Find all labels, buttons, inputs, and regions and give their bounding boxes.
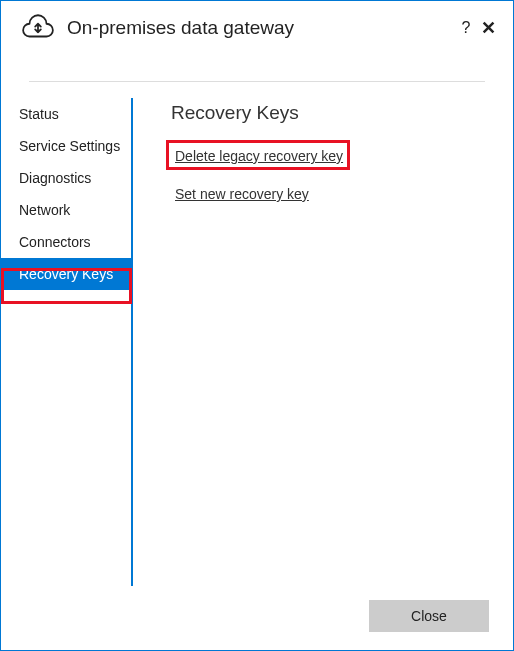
link-row-delete-legacy: Delete legacy recovery key — [171, 146, 489, 184]
body: Status Service Settings Diagnostics Netw… — [1, 90, 513, 590]
sidebar-item-status[interactable]: Status — [1, 98, 131, 130]
app-title: On-premises data gateway — [67, 17, 455, 39]
footer: Close — [1, 590, 513, 650]
sidebar-item-service-settings[interactable]: Service Settings — [1, 130, 131, 162]
set-new-recovery-key-link[interactable]: Set new recovery key — [171, 184, 313, 204]
sidebar-item-network[interactable]: Network — [1, 194, 131, 226]
close-icon[interactable]: ✕ — [477, 17, 499, 39]
link-row-set-new: Set new recovery key — [171, 184, 489, 222]
sidebar: Status Service Settings Diagnostics Netw… — [1, 90, 133, 590]
delete-legacy-recovery-key-link[interactable]: Delete legacy recovery key — [171, 146, 347, 166]
cloud-gateway-icon — [21, 11, 55, 45]
content-panel: Recovery Keys Delete legacy recovery key… — [133, 90, 513, 590]
divider — [29, 81, 485, 82]
sidebar-item-connectors[interactable]: Connectors — [1, 226, 131, 258]
titlebar: On-premises data gateway ? ✕ — [1, 1, 513, 51]
close-button[interactable]: Close — [369, 600, 489, 632]
sidebar-item-diagnostics[interactable]: Diagnostics — [1, 162, 131, 194]
help-icon[interactable]: ? — [455, 19, 477, 37]
sidebar-item-recovery-keys[interactable]: Recovery Keys — [1, 258, 131, 290]
section-title: Recovery Keys — [171, 102, 489, 124]
